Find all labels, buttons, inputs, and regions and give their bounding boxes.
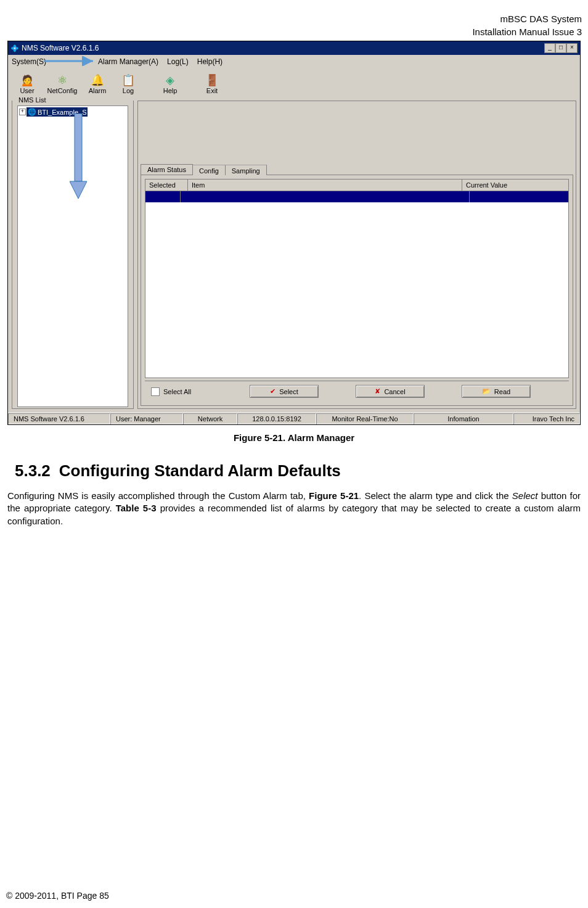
- section-title: Configuring Standard Alarm Defaults: [59, 461, 341, 480]
- status-monitor: Monitor Real-Time:No: [316, 413, 414, 424]
- menu-log[interactable]: Log(L): [167, 57, 189, 66]
- body-paragraph: Configuring NMS is easily accomplished t…: [6, 490, 582, 527]
- toolbar-help-label: Help: [163, 87, 178, 94]
- tab-config[interactable]: Config: [192, 165, 226, 175]
- screenshot: 💠 NMS Software V2.6.1.6 _ □ × System(S) …: [7, 41, 581, 425]
- tree-expand-icon[interactable]: +: [19, 109, 26, 115]
- doc-header-line1: mBSC DAS System: [6, 12, 582, 25]
- callout-arrow-icon: [44, 56, 99, 66]
- status-info: Infomation: [414, 413, 513, 424]
- toolbar-exit[interactable]: 🚪 Exit: [197, 75, 227, 94]
- right-pane: Alarm Status Config Sampling Selected It…: [137, 101, 576, 409]
- exit-icon: 🚪: [205, 75, 219, 86]
- figure-caption: Figure 5-21. Alarm Manager: [6, 432, 582, 443]
- status-app: NMS Software V2.6.1.6: [8, 413, 110, 424]
- body-ref-table: Table 5-3: [116, 503, 157, 513]
- read-button-label: Read: [494, 388, 510, 395]
- status-company: Iravo Tech Inc: [513, 413, 580, 424]
- tree-item-bti-example[interactable]: 🌐 BTI_Example_S: [27, 107, 88, 117]
- toolbar-alarm-label: Alarm: [89, 87, 107, 94]
- section-heading: 5.3.2Configuring Standard Alarm Defaults: [15, 461, 582, 481]
- log-icon: 📋: [121, 75, 135, 86]
- tab-alarm-status[interactable]: Alarm Status: [141, 164, 193, 175]
- body-text-1a: Configuring NMS is easily accomplished t…: [7, 490, 309, 501]
- globe-icon: 🌐: [28, 108, 36, 116]
- table-row[interactable]: [145, 191, 568, 202]
- toolbar-log-label: Log: [123, 87, 134, 94]
- menu-system[interactable]: System(S): [12, 57, 46, 66]
- menubar: System(S) Alarm Manager(A) Log(L) Help(H…: [8, 55, 580, 68]
- nms-tree[interactable]: + 🌐 BTI_Example_S: [17, 105, 128, 407]
- close-button[interactable]: ×: [566, 43, 578, 53]
- window-title: NMS Software V2.6.1.6: [22, 44, 99, 52]
- body-ref-select: Select: [512, 490, 538, 501]
- page-footer: © 2009‐2011, BTI Page 85: [6, 891, 109, 901]
- cancel-button[interactable]: ✘ Cancel: [356, 385, 425, 398]
- toolbar-netconfig-label: NetConfig: [47, 87, 78, 94]
- cancel-icon: ✘: [375, 387, 380, 395]
- user-icon: 🙍: [20, 75, 34, 86]
- read-button[interactable]: 📂 Read: [462, 385, 531, 398]
- statusbar: NMS Software V2.6.1.6 User: Manager Netw…: [8, 413, 580, 424]
- toolbar-alarm[interactable]: 🔔 Alarm: [82, 75, 113, 94]
- select-button-label: Select: [279, 388, 298, 395]
- toolbar-help[interactable]: ◈ Help: [155, 75, 186, 94]
- netconfig-icon: ⚛: [57, 75, 67, 86]
- menu-alarm-manager[interactable]: Alarm Manager(A): [98, 57, 158, 66]
- section-number: 5.3.2: [15, 461, 51, 480]
- menu-help[interactable]: Help(H): [197, 57, 223, 66]
- cancel-button-label: Cancel: [384, 388, 405, 395]
- window-titlebar: 💠 NMS Software V2.6.1.6 _ □ ×: [8, 41, 580, 55]
- checkbox-icon[interactable]: [151, 387, 160, 396]
- body-ref-figure: Figure 5-21: [309, 490, 359, 501]
- toolbar-exit-label: Exit: [206, 87, 218, 94]
- nms-list-panel: NMS List + 🌐 BTI_Example_S: [12, 101, 134, 409]
- svg-rect-1: [75, 114, 82, 181]
- toolbar: 🙍 User ⚛ NetConfig 🔔 Alarm 📋 Log ◈: [8, 68, 580, 101]
- select-button[interactable]: ✔ Select: [250, 385, 319, 398]
- grid-header-item[interactable]: Item: [188, 180, 462, 191]
- toolbar-netconfig[interactable]: ⚛ NetConfig: [43, 75, 82, 94]
- grid-header-selected[interactable]: Selected: [145, 180, 188, 191]
- status-user: User: Manager: [110, 413, 183, 424]
- callout-down-arrow-icon: [70, 114, 87, 200]
- maximize-button[interactable]: □: [555, 43, 566, 53]
- tree-item-label: BTI_Example_S: [38, 109, 86, 116]
- body-text-1c: . Select the alarm type and click the: [359, 490, 512, 501]
- select-all-label: Select All: [163, 388, 191, 395]
- toolbar-log[interactable]: 📋 Log: [113, 75, 144, 94]
- status-network: Network: [183, 413, 237, 424]
- toolbar-user-label: User: [20, 87, 34, 94]
- toolbar-user[interactable]: 🙍 User: [12, 75, 43, 94]
- check-icon: ✔: [270, 387, 276, 395]
- nms-panel-title: NMS List: [17, 96, 47, 104]
- minimize-button[interactable]: _: [544, 43, 555, 53]
- status-ip: 128.0.0.15:8192: [237, 413, 316, 424]
- alarm-icon: 🔔: [91, 75, 104, 86]
- svg-marker-2: [70, 181, 87, 199]
- select-all-checkbox[interactable]: Select All: [151, 387, 213, 396]
- help-icon: ◈: [166, 75, 174, 86]
- app-icon: 💠: [10, 44, 19, 52]
- tab-sampling[interactable]: Sampling: [225, 165, 267, 175]
- grid-header-current-value[interactable]: Current Value: [462, 180, 568, 191]
- doc-header-line2: Installation Manual Issue 3: [6, 25, 582, 38]
- folder-open-icon: 📂: [482, 387, 491, 395]
- alarm-grid[interactable]: Selected Item Current Value: [145, 179, 569, 378]
